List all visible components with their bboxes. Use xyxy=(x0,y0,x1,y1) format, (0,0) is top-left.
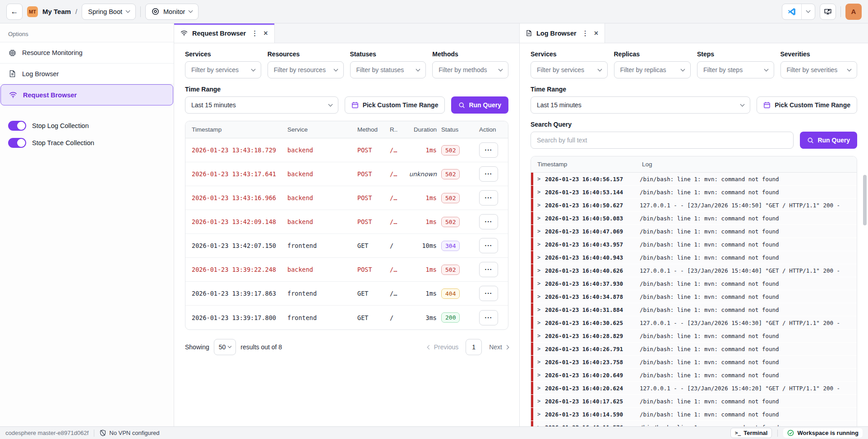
previous-page-button[interactable]: Previous xyxy=(428,343,458,351)
expand-chevron-icon[interactable]: > xyxy=(537,411,545,417)
log-table-row[interactable]: >2026-01-23 16:40:30.625127.0.0.1 - - [2… xyxy=(531,316,857,329)
row-actions-button[interactable]: ··· xyxy=(479,214,498,229)
expand-chevron-icon[interactable]: > xyxy=(537,320,545,326)
expand-chevron-icon[interactable]: > xyxy=(537,306,545,313)
expand-chevron-icon[interactable]: > xyxy=(537,267,545,274)
stop-trace-collection-toggle[interactable] xyxy=(8,138,26,148)
request-table-row[interactable]: 2026-01-23 13:43:16.966backendPOST/…1ms5… xyxy=(185,186,508,210)
row-actions-button[interactable]: ··· xyxy=(479,286,498,301)
expand-chevron-icon[interactable]: > xyxy=(537,241,545,247)
mode-selector[interactable]: Monitor xyxy=(145,4,199,20)
log-table-row[interactable]: >2026-01-23 16:40:53.144/bin/bash: line … xyxy=(531,186,857,198)
open-in-vscode-button[interactable] xyxy=(782,4,801,19)
log-table-row[interactable]: >2026-01-23 16:40:23.758/bin/bash: line … xyxy=(531,356,857,368)
log-table-row[interactable]: >2026-01-23 16:40:37.930/bin/bash: line … xyxy=(531,277,857,290)
steps-filter-select[interactable]: Filter by steps xyxy=(697,61,774,78)
severities-filter-select[interactable]: Filter by severities xyxy=(780,61,858,78)
vscode-options-button[interactable] xyxy=(801,4,815,19)
log-table-row[interactable]: >2026-01-23 16:40:40.943/bin/bash: line … xyxy=(531,251,857,264)
log-table-row[interactable]: >2026-01-23 16:40:56.157/bin/bash: line … xyxy=(531,173,857,185)
replicas-filter-select[interactable]: Filter by replicas xyxy=(614,61,691,78)
expand-chevron-icon[interactable]: > xyxy=(537,176,545,182)
expand-chevron-icon[interactable]: > xyxy=(537,372,545,378)
terminal-button[interactable]: >_ Terminal xyxy=(730,428,772,438)
expand-chevron-icon[interactable]: > xyxy=(537,280,545,287)
workspace-selector[interactable]: Spring Boot xyxy=(82,4,136,20)
expand-chevron-icon[interactable]: > xyxy=(537,215,545,221)
services-filter-select[interactable]: Filter by services xyxy=(185,61,261,78)
next-page-button[interactable]: Next xyxy=(489,343,508,351)
log-table-row[interactable]: >2026-01-23 16:40:26.791/bin/bash: line … xyxy=(531,343,857,355)
row-actions-button[interactable]: ··· xyxy=(479,190,498,206)
pick-custom-time-range-button[interactable]: Pick Custom Time Range xyxy=(345,96,445,114)
expand-chevron-icon[interactable]: > xyxy=(537,424,545,426)
tab-menu-icon[interactable]: ⋮ xyxy=(250,29,259,37)
log-table-row[interactable]: >2026-01-23 16:40:20.624127.0.0.1 - - [2… xyxy=(531,382,857,394)
user-avatar[interactable]: A xyxy=(845,4,862,20)
run-query-button[interactable]: Run Query xyxy=(451,96,508,114)
request-table-row[interactable]: 2026-01-23 13:39:22.248backendPOST/…1ms5… xyxy=(185,258,508,282)
expand-chevron-icon[interactable]: > xyxy=(537,202,545,208)
expand-chevron-icon[interactable]: > xyxy=(537,346,545,352)
tab-close-icon[interactable]: × xyxy=(263,29,268,37)
sidebar-item-request-browser[interactable]: Request Browser xyxy=(0,84,173,105)
page-number[interactable]: 1 xyxy=(466,339,482,355)
search-input[interactable] xyxy=(531,132,794,149)
expand-chevron-icon[interactable]: > xyxy=(537,189,545,195)
expand-chevron-icon[interactable]: > xyxy=(537,333,545,339)
row-actions-button[interactable]: ··· xyxy=(479,310,498,325)
expand-chevron-icon[interactable]: > xyxy=(537,254,545,261)
statuses-filter-select[interactable]: Filter by statuses xyxy=(350,61,426,78)
log-table-row[interactable]: >2026-01-23 16:40:14.590/bin/bash: line … xyxy=(531,408,857,421)
log-table-row[interactable]: >2026-01-23 16:40:34.878/bin/bash: line … xyxy=(531,290,857,303)
expand-chevron-icon[interactable]: > xyxy=(537,359,545,365)
row-actions-button[interactable]: ··· xyxy=(479,238,498,253)
expand-chevron-icon[interactable]: > xyxy=(537,228,545,234)
run-query-button[interactable]: Run Query xyxy=(800,132,857,149)
tab-log-browser[interactable]: Log Browser ⋮ × xyxy=(520,23,605,43)
log-table-row[interactable]: >2026-01-23 16:40:40.626127.0.0.1 - - [2… xyxy=(531,264,857,277)
request-table-row[interactable]: 2026-01-23 13:42:09.148backendPOST/…1ms5… xyxy=(185,210,508,234)
tab-close-icon[interactable]: × xyxy=(594,29,598,37)
request-table-row[interactable]: 2026-01-23 13:39:17.863frontendGET/…1ms4… xyxy=(185,282,508,306)
resources-filter-select[interactable]: Filter by resources xyxy=(268,61,344,78)
vpn-status[interactable]: No VPN configured xyxy=(100,430,159,436)
row-actions-button[interactable]: ··· xyxy=(479,142,498,158)
stop-log-collection-toggle[interactable] xyxy=(8,121,26,131)
request-table-row[interactable]: 2026-01-23 13:39:17.800frontendGET/3ms20… xyxy=(185,306,508,329)
log-timestamp-cell: 2026-01-23 16:40:53.144 xyxy=(545,189,640,196)
log-table-row[interactable]: >2026-01-23 16:40:31.884/bin/bash: line … xyxy=(531,303,857,316)
log-table-header: Timestamp Log xyxy=(531,156,857,173)
tab-menu-icon[interactable]: ⋮ xyxy=(581,29,590,37)
log-table-row[interactable]: >2026-01-23 16:40:11.576/bin/bash: line … xyxy=(531,421,857,426)
back-button[interactable]: ← xyxy=(6,4,23,20)
methods-filter-select[interactable]: Filter by methods xyxy=(432,61,508,78)
log-table-row[interactable]: >2026-01-23 16:40:43.957/bin/bash: line … xyxy=(531,238,857,251)
services-filter-select[interactable]: Filter by services xyxy=(531,61,608,78)
tab-request-browser[interactable]: Request Browser ⋮ × xyxy=(174,23,275,43)
request-table-row[interactable]: 2026-01-23 13:43:18.729backendPOST/…1ms5… xyxy=(185,138,508,162)
time-range-select[interactable]: Last 15 minutes xyxy=(531,96,750,114)
log-table-row[interactable]: >2026-01-23 16:40:28.829/bin/bash: line … xyxy=(531,329,857,342)
log-message-cell: 127.0.0.1 - - [23/Jan/2026 15:40:20] "GE… xyxy=(640,385,840,392)
log-table-row[interactable]: >2026-01-23 16:40:50.627127.0.0.1 - - [2… xyxy=(531,199,857,211)
request-timestamp-cell: 2026-01-23 13:39:22.248 xyxy=(192,266,287,273)
time-range-select[interactable]: Last 15 minutes xyxy=(185,96,338,114)
log-table-row[interactable]: >2026-01-23 16:40:17.625/bin/bash: line … xyxy=(531,395,857,407)
row-actions-button[interactable]: ··· xyxy=(479,262,498,277)
scrollbar-thumb[interactable] xyxy=(863,175,867,225)
log-table-row[interactable]: >2026-01-23 16:40:20.649/bin/bash: line … xyxy=(531,369,857,381)
request-table-row[interactable]: 2026-01-23 13:42:07.150frontendGET/10ms3… xyxy=(185,234,508,258)
expand-chevron-icon[interactable]: > xyxy=(537,293,545,300)
request-table-row[interactable]: 2026-01-23 13:43:17.641backendPOST/…unkn… xyxy=(185,162,508,186)
pick-custom-time-range-button[interactable]: Pick Custom Time Range xyxy=(757,96,857,114)
sidebar-item-resource-monitoring[interactable]: Resource Monitoring xyxy=(0,42,174,63)
sidebar-item-log-browser[interactable]: Log Browser xyxy=(0,63,174,84)
open-deployment-button[interactable] xyxy=(820,4,836,20)
expand-chevron-icon[interactable]: > xyxy=(537,398,545,404)
row-actions-button[interactable]: ··· xyxy=(479,166,498,182)
log-table-row[interactable]: >2026-01-23 16:40:47.069/bin/bash: line … xyxy=(531,225,857,238)
page-size-select[interactable]: 50 xyxy=(214,339,236,355)
log-table-row[interactable]: >2026-01-23 16:40:50.083/bin/bash: line … xyxy=(531,212,857,224)
expand-chevron-icon[interactable]: > xyxy=(537,385,545,391)
